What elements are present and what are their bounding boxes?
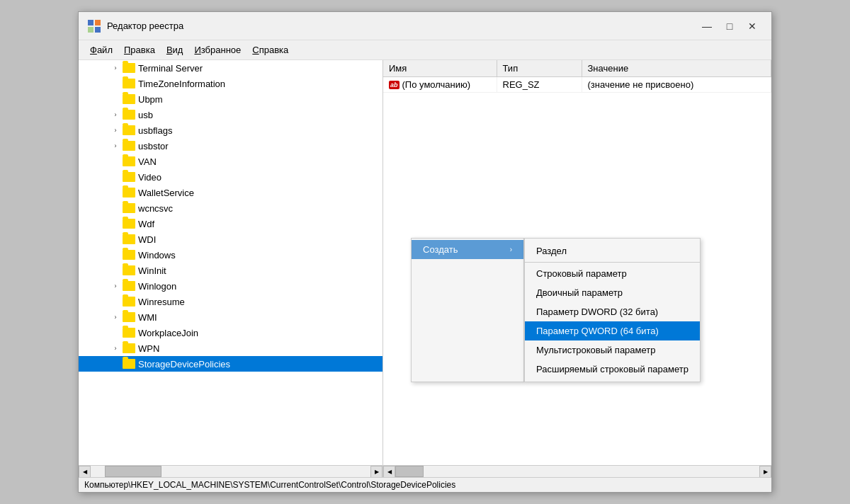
tree-item[interactable]: WinInit — [79, 263, 382, 278]
tree-item[interactable]: ›Terminal Server — [79, 60, 382, 76]
expand-icon[interactable] — [110, 187, 121, 198]
svg-rect-3 — [95, 27, 101, 33]
tree-item-label: wcncsvc — [138, 203, 173, 214]
folder-icon — [123, 250, 135, 260]
menu-help[interactable]: Справка — [246, 42, 294, 58]
maximize-button[interactable]: □ — [719, 18, 740, 35]
tree-scrollbar-h[interactable]: ◀ ▶ — [79, 465, 383, 477]
menu-bar: Файл Правка Вид Избранное Справка — [79, 40, 771, 60]
expand-icon[interactable]: › — [110, 125, 121, 136]
tree-item[interactable]: WDI — [79, 231, 382, 247]
folder-icon — [123, 94, 135, 104]
tree-item[interactable]: StorageDevicePolicies — [79, 356, 382, 372]
tree-item[interactable]: Ubpm — [79, 91, 382, 107]
tree-scroll[interactable]: ›Terminal ServerTimeZoneInformationUbpm›… — [79, 60, 382, 465]
registry-name-cell: ab(По умолчанию) — [383, 77, 497, 93]
menu-favorites[interactable]: Избранное — [188, 42, 246, 58]
create-menu-item[interactable]: Создать › — [412, 240, 523, 259]
svg-rect-1 — [95, 20, 101, 25]
svg-rect-2 — [88, 27, 94, 33]
expand-icon[interactable] — [110, 358, 121, 370]
create-label: Создать — [423, 244, 458, 255]
folder-icon — [123, 156, 135, 166]
ctx-submenu-item[interactable]: Двоичный параметр — [525, 283, 700, 302]
ctx-submenu-item[interactable]: Строковый параметр — [525, 264, 700, 283]
expand-icon[interactable] — [110, 218, 121, 229]
expand-icon[interactable]: › — [110, 62, 121, 74]
folder-icon — [123, 312, 135, 322]
right-scroll-track[interactable] — [395, 466, 759, 477]
ctx-submenu-item[interactable]: Расширяемый строковый параметр — [525, 360, 700, 379]
folder-icon — [123, 219, 135, 229]
col-value[interactable]: Значение — [582, 60, 771, 77]
tree-item[interactable]: ›WMI — [79, 309, 382, 325]
tree-item-label: usb — [138, 110, 153, 120]
tree-item-label: Windows — [138, 250, 176, 260]
tree-item[interactable]: Wdf — [79, 216, 382, 231]
tree-item-label: Terminal Server — [138, 63, 203, 74]
col-type[interactable]: Тип — [497, 60, 582, 77]
folder-icon — [123, 328, 135, 338]
expand-icon[interactable] — [110, 78, 121, 89]
expand-icon[interactable]: › — [110, 343, 121, 354]
expand-icon[interactable]: › — [110, 311, 121, 323]
status-text: Компьютер\HKEY_LOCAL_MACHINE\SYSTEM\Curr… — [84, 480, 455, 490]
ab-icon: ab — [389, 81, 400, 89]
tree-scroll-track[interactable] — [91, 466, 370, 477]
tree-item[interactable]: wcncsvc — [79, 200, 382, 216]
folder-icon — [123, 343, 135, 353]
right-scroll-right-btn[interactable]: ▶ — [759, 466, 771, 478]
tree-item-label: WPN — [138, 343, 159, 354]
close-button[interactable]: ✕ — [742, 18, 763, 35]
expand-icon[interactable] — [110, 327, 121, 338]
scroll-left-btn[interactable]: ◀ — [79, 466, 91, 478]
folder-icon — [123, 141, 135, 151]
tree-item[interactable]: ›WPN — [79, 340, 382, 356]
minimize-button[interactable]: — — [696, 18, 718, 35]
tree-item[interactable]: ›Winlogon — [79, 278, 382, 294]
right-scroll-thumb[interactable] — [395, 466, 424, 477]
tree-item[interactable]: ›usbstor — [79, 138, 382, 154]
menu-view[interactable]: Вид — [161, 42, 189, 58]
expand-icon[interactable] — [110, 93, 121, 105]
tree-item-label: Winresume — [138, 297, 185, 307]
tree-item[interactable]: ›usbflags — [79, 122, 382, 138]
tree-item[interactable]: ›usb — [79, 107, 382, 122]
tree-item[interactable]: Winresume — [79, 294, 382, 309]
expand-icon[interactable] — [110, 249, 121, 260]
tree-item[interactable]: WalletService — [79, 185, 382, 200]
expand-icon[interactable] — [110, 156, 121, 167]
tree-item-label: Wdf — [138, 219, 154, 229]
ctx-submenu-item[interactable]: Раздел — [525, 241, 700, 260]
ctx-submenu-item[interactable]: Параметр DWORD (32 бита) — [525, 302, 700, 321]
tree-item[interactable]: Windows — [79, 247, 382, 263]
tree-item[interactable]: VAN — [79, 154, 382, 169]
folder-icon — [123, 359, 135, 369]
expand-icon[interactable] — [110, 234, 121, 245]
registry-row[interactable]: ab(По умолчанию)REG_SZ(значение не присв… — [383, 77, 771, 93]
menu-file[interactable]: Файл — [84, 42, 118, 58]
right-scroll-left-btn[interactable]: ◀ — [383, 466, 395, 478]
expand-icon[interactable]: › — [110, 140, 121, 151]
folder-icon — [123, 281, 135, 291]
expand-icon[interactable]: › — [110, 280, 121, 292]
expand-icon[interactable] — [110, 265, 121, 276]
tree-item[interactable]: Video — [79, 169, 382, 185]
ctx-separator — [525, 262, 700, 263]
tree-item-label: StorageDevicePolicies — [138, 359, 230, 370]
col-name[interactable]: Имя — [383, 60, 497, 77]
tree-item-label: TimeZoneInformation — [138, 79, 225, 89]
expand-icon[interactable] — [110, 202, 121, 214]
expand-icon[interactable] — [110, 296, 121, 307]
ctx-submenu-item[interactable]: Мультистроковый параметр — [525, 340, 700, 360]
tree-item[interactable]: WorkplaceJoin — [79, 325, 382, 340]
menu-edit[interactable]: Правка — [118, 42, 161, 58]
scroll-right-btn[interactable]: ▶ — [370, 466, 382, 478]
expand-icon[interactable]: › — [110, 109, 121, 120]
expand-icon[interactable] — [110, 171, 121, 183]
tree-scroll-thumb[interactable] — [105, 466, 162, 477]
folder-icon — [123, 234, 135, 244]
ctx-submenu-item[interactable]: Параметр QWORD (64 бита) — [525, 321, 700, 340]
right-scrollbar-h[interactable]: ◀ ▶ — [383, 465, 771, 477]
tree-item[interactable]: TimeZoneInformation — [79, 76, 382, 91]
